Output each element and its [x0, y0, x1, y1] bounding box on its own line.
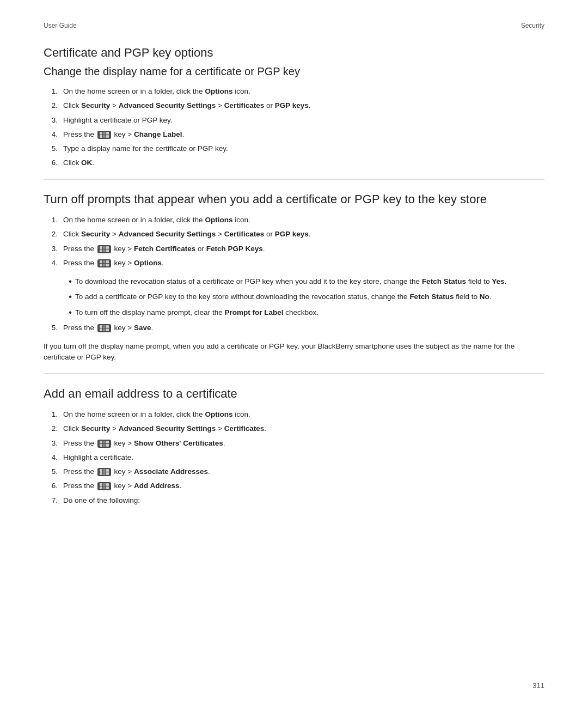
note-text-2: If you turn off the display name prompt,…: [44, 341, 544, 363]
list-item: 1. On the home screen or in a folder, cl…: [44, 215, 544, 226]
step-content: On the home screen or in a folder, click…: [63, 86, 544, 97]
step-number: 5.: [44, 143, 63, 154]
step-content: Press the key > Associate Addresses.: [63, 466, 544, 477]
section-title: Certificate and PGP key options: [44, 46, 544, 60]
subsection-title-2: Turn off prompts that appear when you ad…: [44, 192, 544, 208]
step-number: 1.: [44, 215, 63, 226]
list-item: 3. Highlight a certificate or PGP key.: [44, 115, 544, 126]
step-content: Highlight a certificate.: [63, 452, 544, 463]
step-content: On the home screen or in a folder, click…: [63, 215, 544, 226]
step-content: Do one of the following:: [63, 495, 544, 506]
bullet-content: To turn off the display name prompt, cle…: [75, 307, 544, 318]
step-number: 3.: [44, 115, 63, 126]
list-item: 4. Press the key > Options.: [44, 258, 544, 269]
bullet-item: • To turn off the display name prompt, c…: [65, 307, 544, 318]
step-number: 2.: [44, 100, 63, 111]
step-content: On the home screen or in a folder, click…: [63, 409, 544, 420]
step-content: Press the key > Options.: [63, 258, 544, 269]
menu-key-icon: [97, 440, 111, 448]
list-item: 7. Do one of the following:: [44, 495, 544, 506]
bullet-dot: •: [65, 276, 75, 287]
bullet-list-2: • To download the revocation status of a…: [65, 276, 544, 318]
step-content: Click Security > Advanced Security Setti…: [63, 100, 544, 111]
steps-list-3: 1. On the home screen or in a folder, cl…: [44, 409, 544, 506]
step-content: Press the key > Change Label.: [63, 129, 544, 140]
step-number: 6.: [44, 157, 63, 168]
bullet-content: To add a certificate or PGP key to the k…: [75, 291, 544, 302]
step-number: 7.: [44, 495, 63, 506]
final-steps-list-2: 5. Press the key > Save.: [44, 322, 544, 333]
step-number: 6.: [44, 480, 63, 491]
menu-key-icon: [97, 131, 111, 139]
step-number: 5.: [44, 466, 63, 477]
bullet-content: To download the revocation status of a c…: [75, 276, 544, 287]
list-item: 5. Press the key > Associate Addresses.: [44, 466, 544, 477]
step-number: 2.: [44, 423, 63, 434]
step-content: Press the key > Fetch Certificates or Fe…: [63, 244, 544, 254]
bullet-item: • To add a certificate or PGP key to the…: [65, 291, 544, 302]
header-right: Security: [521, 22, 544, 29]
list-item: 5. Type a display name for the certifica…: [44, 143, 544, 154]
step-number: 4.: [44, 452, 63, 463]
step-content: Click OK.: [63, 157, 544, 168]
header-left: User Guide: [44, 22, 77, 29]
list-item: 2. Click Security > Advanced Security Se…: [44, 423, 544, 434]
step-content: Press the key > Add Address.: [63, 480, 544, 491]
menu-key-icon: [97, 482, 111, 490]
step-number: 4.: [44, 129, 63, 140]
steps-list-2: 1. On the home screen or in a folder, cl…: [44, 215, 544, 269]
list-item: 6. Click OK.: [44, 157, 544, 168]
page-header: User Guide Security: [44, 22, 544, 29]
list-item: 3. Press the key > Show Others' Certific…: [44, 438, 544, 449]
step-content: Click Security > Advanced Security Setti…: [63, 229, 544, 240]
bullet-dot: •: [65, 307, 75, 318]
menu-key-icon: [97, 245, 111, 253]
list-item: 2. Click Security > Advanced Security Se…: [44, 100, 544, 111]
menu-key-icon: [97, 468, 111, 476]
page-container: User Guide Security Certificate and PGP …: [0, 0, 588, 546]
subsection-add-email: Add an email address to a certificate 1.…: [44, 373, 544, 506]
step-number: 3.: [44, 438, 63, 449]
subsection-title-1: Change the display name for a certificat…: [44, 64, 544, 78]
list-item: 1. On the home screen or in a folder, cl…: [44, 409, 544, 420]
subsection-turn-off-prompts: Turn off prompts that appear when you ad…: [44, 179, 544, 363]
list-item: 4. Press the key > Change Label.: [44, 129, 544, 140]
step-number: 3.: [44, 244, 63, 254]
step-content: Click Security > Advanced Security Setti…: [63, 423, 544, 434]
step-content: Press the key > Show Others' Certificate…: [63, 438, 544, 449]
list-item: 2. Click Security > Advanced Security Se…: [44, 229, 544, 240]
steps-list-1: 1. On the home screen or in a folder, cl…: [44, 86, 544, 169]
step-number: 2.: [44, 229, 63, 240]
subsection-title-3: Add an email address to a certificate: [44, 386, 544, 402]
list-item: 4. Highlight a certificate.: [44, 452, 544, 463]
subsection-change-display-name: Change the display name for a certificat…: [44, 64, 544, 169]
list-item: 5. Press the key > Save.: [44, 322, 544, 333]
step-number: 1.: [44, 409, 63, 420]
list-item: 3. Press the key > Fetch Certificates or…: [44, 244, 544, 254]
bullet-item: • To download the revocation status of a…: [65, 276, 544, 287]
step-number: 5.: [44, 322, 63, 333]
page-number: 311: [532, 681, 544, 690]
step-content: Type a display name for the certificate …: [63, 143, 544, 154]
bullet-dot: •: [65, 291, 75, 302]
menu-key-icon: [97, 324, 111, 332]
step-content: Press the key > Save.: [63, 322, 544, 333]
list-item: 6. Press the key > Add Address.: [44, 480, 544, 491]
step-number: 1.: [44, 86, 63, 97]
step-number: 4.: [44, 258, 63, 269]
menu-key-icon: [97, 259, 111, 267]
step-content: Highlight a certificate or PGP key.: [63, 115, 544, 126]
list-item: 1. On the home screen or in a folder, cl…: [44, 86, 544, 97]
